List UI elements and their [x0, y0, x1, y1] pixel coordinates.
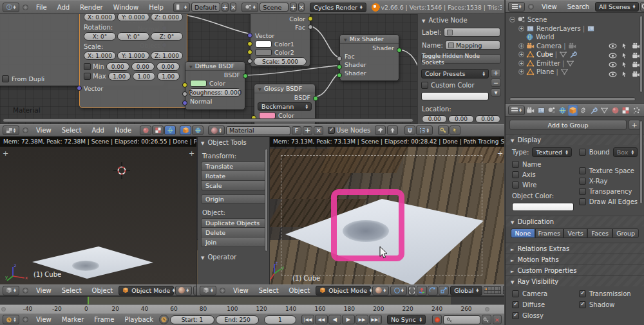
outliner-row-scene[interactable]: − Scene	[509, 15, 643, 24]
snap-toggle-icon[interactable]	[404, 125, 415, 135]
input-socket-roughness[interactable]	[182, 91, 187, 97]
copy-node-group-icon[interactable]	[438, 125, 449, 135]
duplicate-objects-button[interactable]: Duplicate Objects	[201, 218, 266, 228]
output-socket-shader[interactable]	[397, 48, 402, 53]
viewport-right[interactable]: Mem: 73.13M, Peak: 73.13M | Scene | Elap…	[196, 136, 504, 296]
mapping-loc-x[interactable]: X: 0.000	[84, 14, 116, 21]
ray-glossy-checkbox[interactable]	[512, 312, 519, 319]
mapping-loc-y[interactable]: Y: 0.000	[117, 14, 149, 21]
shader-type-world-icon[interactable]	[192, 125, 204, 135]
tree-type-compositing-icon[interactable]	[164, 125, 176, 135]
input-socket-normal[interactable]	[182, 100, 187, 106]
current-frame-field[interactable]: 1	[264, 315, 296, 324]
input-socket-vector[interactable]	[77, 86, 82, 91]
collapse-icon[interactable]: −	[509, 17, 515, 23]
input-socket-vector[interactable]	[247, 33, 252, 38]
wire-checkbox[interactable]	[512, 181, 519, 189]
node-loc-y[interactable]: 0.00	[448, 115, 473, 123]
transform-orientation-dropdown[interactable]: Global	[450, 286, 482, 295]
tree-type-shader-icon[interactable]	[140, 125, 151, 135]
pivot-point-dropdown[interactable]	[390, 286, 407, 295]
frame-end-field[interactable]: End: 250	[216, 315, 259, 324]
frame-start-field[interactable]: Start: 1	[170, 315, 215, 324]
material-preview-icon[interactable]	[208, 125, 225, 135]
eye-icon[interactable]	[609, 42, 617, 50]
axis-checkbox[interactable]	[512, 171, 519, 178]
unlink-material-button[interactable]	[314, 126, 323, 135]
region-plus-icon[interactable]: +	[189, 149, 194, 158]
menu-object[interactable]: Object	[88, 287, 118, 294]
go-parent-tree-button[interactable]	[387, 125, 398, 135]
transparency-checkbox[interactable]	[579, 188, 586, 195]
collapse-arrow-icon[interactable]	[511, 218, 514, 225]
add-to-group-button[interactable]: Add to Group	[509, 120, 627, 130]
node-label-field[interactable]	[444, 28, 500, 37]
collapse-arrow-icon[interactable]	[201, 254, 204, 261]
eye-icon[interactable]	[609, 51, 617, 60]
from-dupli-checkbox[interactable]	[2, 75, 9, 82]
play-button[interactable]: ▶	[342, 315, 355, 324]
snap-mode-dropdown[interactable]	[416, 125, 433, 135]
selectable-cursor-icon[interactable]	[620, 70, 629, 79]
motion-paths-panel[interactable]: Motion Paths	[506, 254, 644, 265]
tab-render[interactable]	[526, 105, 535, 116]
collapse-menus-icon[interactable]	[23, 288, 28, 293]
manipulator-toggle-icon[interactable]	[408, 286, 415, 295]
region-plus-icon[interactable]: +	[497, 149, 503, 158]
menu-search[interactable]: Search	[563, 3, 594, 10]
menu-add[interactable]: Add	[53, 4, 74, 11]
delete-layout-button[interactable]	[230, 3, 236, 12]
menu-add[interactable]: Add	[88, 127, 109, 134]
xray-checkbox[interactable]	[579, 178, 586, 185]
menu-view[interactable]: View	[32, 287, 56, 294]
bound-checkbox[interactable]	[579, 149, 586, 156]
duplication-frames-button[interactable]: Frames	[535, 228, 564, 238]
origin-button[interactable]: Origin	[201, 194, 266, 204]
menu-select[interactable]: Select	[57, 287, 86, 294]
input-socket-color[interactable]	[182, 82, 187, 88]
render-engine-dropdown[interactable]: Cycles Render	[310, 3, 366, 12]
jump-to-start-button[interactable]: |◀◀	[301, 315, 314, 324]
input-socket-color2[interactable]	[247, 50, 252, 55]
outliner-vscrollbar[interactable]	[639, 15, 643, 93]
editor-type-button-timeline[interactable]	[3, 315, 19, 324]
preview-range-icon[interactable]	[159, 315, 168, 324]
join-button[interactable]: Join	[201, 237, 266, 247]
draw-all-edges-checkbox[interactable]	[579, 198, 586, 205]
node-title[interactable]: Diffuse BSDF	[185, 62, 245, 71]
tab-particles[interactable]	[632, 105, 641, 116]
name-checkbox[interactable]	[512, 161, 519, 168]
tab-modifiers[interactable]	[589, 105, 599, 116]
delete-scene-button[interactable]	[298, 3, 305, 12]
editor-type-button-info[interactable]: ⓘ	[3, 3, 19, 12]
duplication-verts-button[interactable]: Verts	[564, 228, 588, 238]
menu-view[interactable]: View	[229, 287, 253, 294]
ray-camera-checkbox[interactable]	[512, 290, 519, 297]
mapping-loc-z[interactable]: Z: 0.000	[151, 14, 183, 21]
fake-user-button[interactable]: F	[292, 126, 301, 135]
node-mix-shader[interactable]: Mix Shader Shader Fac Shader Shader	[339, 34, 399, 81]
checker-color2-swatch[interactable]	[255, 49, 272, 56]
node-loc-z[interactable]: 0.00	[475, 115, 500, 123]
collapse-arrow-icon[interactable]	[422, 17, 425, 24]
add-group-plus-button[interactable]	[629, 120, 640, 130]
prev-keyframe-button[interactable]: ◀◀	[315, 315, 328, 324]
custom-color-checkbox[interactable]	[421, 82, 428, 89]
menu-file[interactable]: File	[32, 4, 52, 11]
outliner-filter-dropdown[interactable]: All Scenes	[595, 2, 639, 12]
eye-icon[interactable]	[609, 60, 617, 69]
next-keyframe-button[interactable]: ▶▶	[355, 315, 368, 324]
manipulator-scale-icon[interactable]	[439, 286, 449, 295]
input-socket-shader2[interactable]	[337, 73, 342, 78]
mapping-max-z[interactable]: 1.00	[157, 72, 180, 80]
manipulator-translate-icon[interactable]	[417, 286, 427, 295]
node-mapping[interactable]: X: 0.000 Y: 0.000 Z: 0.000 Rotation: X: …	[79, 14, 187, 108]
node-title[interactable]: Glossy BSDF	[254, 84, 315, 93]
outliner-row-world[interactable]: World	[509, 33, 643, 42]
mapping-rot-z[interactable]: Z: 0°	[151, 32, 183, 41]
collapse-menus-icon[interactable]	[23, 127, 28, 133]
editor-type-button-outliner[interactable]	[508, 2, 525, 12]
toggle-hidden-sockets-button[interactable]: Toggle Hidden Node Sockets	[421, 54, 501, 64]
outliner-hscrollbar[interactable]	[509, 97, 636, 101]
manipulator-rotate-icon[interactable]	[428, 286, 438, 295]
